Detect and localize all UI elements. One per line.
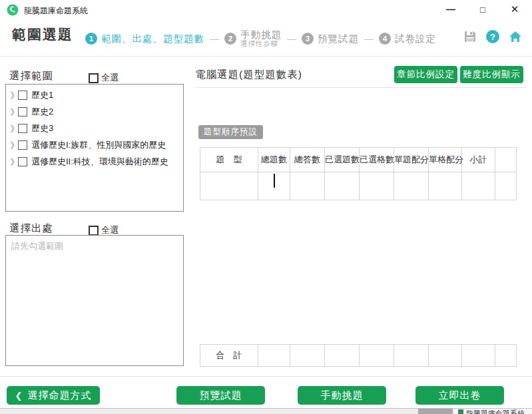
generate-paper-button[interactable]: 立即出卷 xyxy=(415,386,504,405)
cell-selected-cells[interactable] xyxy=(360,172,394,200)
background-window-icon xyxy=(458,409,463,414)
total-cell xyxy=(394,345,429,367)
tree-item-label: 選修歷史II:科技、環境與藝術的歷史 xyxy=(31,156,168,168)
preview-questions-button[interactable]: 預覽試題 xyxy=(176,386,265,405)
header-divider xyxy=(0,56,532,57)
step-indicator: 1 範圍、出處、題型題數 — 2 手動挑題 選擇性步驟 — 3 預覽試題 — 4… xyxy=(85,27,436,51)
tree-item-label: 歷史2 xyxy=(31,106,53,118)
step-connector: — xyxy=(210,33,219,44)
scope-select-all-checkbox[interactable] xyxy=(89,73,99,83)
col-header-subtotal: 小計 xyxy=(462,148,495,172)
step-3-number: 3 xyxy=(302,33,314,45)
col-header-selected-cells: 已選格數 xyxy=(360,148,394,172)
chevron-left-icon: ❮ xyxy=(15,391,23,401)
step-4-label: 試卷設定 xyxy=(395,33,436,45)
expand-arrow-icon[interactable]: ❯ xyxy=(9,124,18,132)
tree-item-history1[interactable]: ❯ 歷史1 xyxy=(6,87,183,103)
scope-panel-title: 選擇範圍 xyxy=(9,69,53,83)
section-divider xyxy=(195,87,526,88)
manual-pick-button[interactable]: 手動挑題 xyxy=(298,386,386,405)
cell-extra[interactable] xyxy=(495,172,517,200)
footer-divider xyxy=(0,376,532,377)
minimize-button[interactable]: — xyxy=(439,0,462,19)
cell-total-answers[interactable] xyxy=(290,172,325,200)
expand-arrow-icon[interactable]: ❯ xyxy=(9,157,18,166)
total-cell xyxy=(429,345,462,367)
tree-item-checkbox[interactable] xyxy=(18,140,27,150)
scope-select-all[interactable]: 全選 xyxy=(89,72,119,84)
col-header-total-questions: 總題數 xyxy=(258,148,290,172)
tree-item-label: 選修歷史I:族群、性別與國家的歷史 xyxy=(31,139,166,151)
step-1-label: 範圍、出處、題型題數 xyxy=(101,33,204,45)
expand-arrow-icon[interactable]: ❯ xyxy=(9,107,18,116)
total-row: 合 計 xyxy=(200,345,517,367)
source-placeholder: 請先勾選範圍 xyxy=(11,240,183,252)
tree-item-checkbox[interactable] xyxy=(18,157,27,166)
tree-item-checkbox[interactable] xyxy=(18,124,27,133)
table-header-row: 題 型 總題數 總答數 已選題數 已選格數 單題配分 單格配分 小計 xyxy=(200,148,517,172)
step-connector: — xyxy=(364,33,374,44)
expand-arrow-icon[interactable]: ❯ xyxy=(9,91,18,99)
cell-selected-questions[interactable] xyxy=(325,172,360,200)
tree-item-label: 歷史3 xyxy=(31,122,53,134)
tree-item-label: 歷史1 xyxy=(31,89,53,101)
step-2-label: 手動挑題 xyxy=(240,30,282,40)
page-title: 範圍選題 xyxy=(12,25,73,44)
text-caret xyxy=(274,174,275,188)
maximize-button[interactable]: □ xyxy=(471,0,494,19)
chapter-ratio-button[interactable]: 章節比例設定 xyxy=(394,66,457,83)
question-type-table: 題 型 總題數 總答數 已選題數 已選格數 單題配分 單格配分 小計 xyxy=(200,147,517,200)
col-header-question-type: 題 型 xyxy=(200,148,258,172)
app-window: 龍騰題庫命題系統 — □ ✕ 範圍選題 1 範圍、出處、題型題數 — 2 手動挑… xyxy=(0,0,532,414)
step-2-sublabel: 選擇性步驟 xyxy=(240,40,282,47)
step-4-paper-settings: 4 試卷設定 xyxy=(379,33,436,45)
total-cell xyxy=(495,345,517,367)
scope-tree: ❯ 歷史1 ❯ 歷史2 ❯ 歷史3 ❯ 選修歷史I:族群、性別與國家的歷史 ❯ … xyxy=(5,84,184,212)
col-header-points-per-question: 單題配分 xyxy=(394,148,429,172)
col-header-selected-questions: 已選題數 xyxy=(325,148,360,172)
tree-item-elective2[interactable]: ❯ 選修歷史II:科技、環境與藝術的歷史 xyxy=(6,153,183,170)
cell-question-type[interactable] xyxy=(200,172,258,200)
tree-item-checkbox[interactable] xyxy=(18,107,27,116)
total-cell xyxy=(258,345,290,367)
step-3-label: 預覽試題 xyxy=(318,33,359,45)
col-header-extra xyxy=(495,148,517,172)
step-4-number: 4 xyxy=(379,33,391,45)
cell-subtotal[interactable] xyxy=(462,172,495,200)
expand-arrow-icon[interactable]: ❯ xyxy=(9,140,18,149)
tree-item-elective1[interactable]: ❯ 選修歷史I:族群、性別與國家的歷史 xyxy=(6,136,183,153)
background-scrollbar-thumb xyxy=(418,409,453,414)
help-icon[interactable]: ? xyxy=(486,30,499,43)
back-to-method-button[interactable]: ❮ 選擇命題方式 xyxy=(7,386,100,405)
main-section-title: 電腦選題(題型題數表) xyxy=(195,68,302,82)
step-3-preview: 3 預覽試題 xyxy=(302,33,359,45)
background-window-title: 龍騰題庫命題系統 xyxy=(466,409,525,414)
close-button[interactable]: ✕ xyxy=(503,0,526,19)
col-header-points-per-cell: 單格配分 xyxy=(429,148,462,172)
step-2-number: 2 xyxy=(224,33,236,45)
table-data-row xyxy=(200,172,517,200)
step-connector: — xyxy=(287,33,296,44)
background-window-titlebar: 龍騰題庫命題系統 xyxy=(454,409,532,414)
title-bar: 龍騰題庫命題系統 — □ ✕ xyxy=(0,0,532,20)
background-window-sliver: 龍騰題庫命題系統 xyxy=(0,408,532,414)
total-row-table: 合 計 xyxy=(200,344,517,367)
total-cell xyxy=(290,345,325,367)
source-panel-title: 選擇出處 xyxy=(9,222,53,236)
tree-item-history3[interactable]: ❯ 歷史3 xyxy=(6,120,183,136)
cell-points-per-cell[interactable] xyxy=(429,172,462,200)
source-select-all-checkbox[interactable] xyxy=(89,226,99,236)
tree-item-checkbox[interactable] xyxy=(18,91,27,100)
cell-points-per-question[interactable] xyxy=(394,172,429,200)
difficulty-ratio-button[interactable]: 難度比例顯示 xyxy=(460,66,523,83)
source-list[interactable]: 請先勾選範圍 xyxy=(5,235,184,366)
back-button-label: 選擇命題方式 xyxy=(27,389,91,402)
col-header-total-answers: 總答數 xyxy=(290,148,325,172)
app-title: 龍騰題庫命題系統 xyxy=(24,5,88,17)
tree-item-history2[interactable]: ❯ 歷史2 xyxy=(6,103,183,120)
step-1-range: 1 範圍、出處、題型題數 xyxy=(85,33,204,45)
question-order-preset-button[interactable]: 題型順序預設 xyxy=(198,125,263,139)
save-icon[interactable] xyxy=(463,29,477,44)
home-icon[interactable] xyxy=(508,29,523,44)
total-cell xyxy=(360,345,394,367)
